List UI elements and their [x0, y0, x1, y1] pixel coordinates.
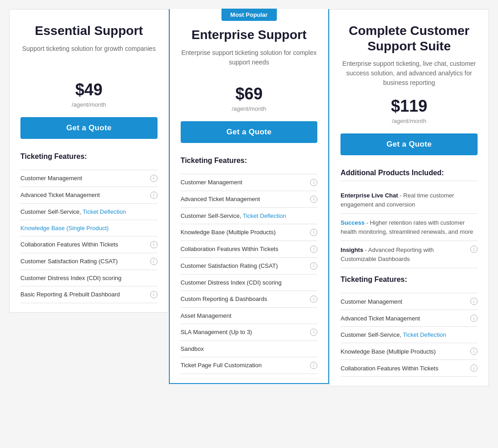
feature-label: Customer Satisfaction Rating (CSAT) [20, 258, 118, 265]
plan-title-complete: Complete Customer Support Suite [340, 23, 478, 54]
feature-label: Customer Distress Index (CDI) scoring [181, 279, 282, 286]
info-icon-essential-0[interactable]: i [150, 175, 158, 182]
feature-link-2[interactable]: Ticket Deflection [83, 208, 126, 215]
info-icon-complete-0[interactable]: i [470, 298, 478, 305]
plan-title-enterprise: Enterprise Support [181, 27, 318, 43]
plan-per-enterprise: /agent/month [181, 105, 318, 112]
quote-button-complete[interactable]: Get a Quote [340, 133, 478, 155]
info-icon-additional-2[interactable]: i [470, 246, 478, 253]
plan-card-complete: Complete Customer Support SuiteEnterpris… [329, 9, 489, 386]
most-popular-badge: Most Popular [221, 9, 276, 21]
info-icon-enterprise-7[interactable]: i [310, 295, 317, 303]
pricing-container: Essential SupportSupport ticketing solut… [9, 9, 489, 386]
feature-link-2[interactable]: Ticket Deflection [403, 331, 446, 338]
feature-label: SLA Management (Up to 3) [181, 329, 252, 335]
feature-label: Advanced Ticket Management [181, 196, 260, 202]
ticketing-header-complete: Ticketing Features: [340, 276, 478, 287]
feature-label: Asset Management [181, 312, 232, 319]
feature-list-enterprise: Customer ManagementiAdvanced Ticket Mana… [181, 174, 318, 374]
feature-item-essential-1: Advanced Ticket Managementi [20, 187, 158, 204]
feature-item-enterprise-1: Advanced Ticket Managementi [181, 191, 318, 208]
plan-card-enterprise: Most PopularEnterprise SupportEnterprise… [169, 9, 330, 384]
feature-label: Collaboration Features Within Tickets [20, 241, 118, 248]
ticketing-header-enterprise: Ticketing Features: [181, 157, 318, 168]
plan-price-enterprise: $69 [181, 84, 318, 103]
plan-title-essential: Essential Support [20, 23, 158, 39]
info-icon-complete-1[interactable]: i [470, 315, 478, 322]
info-icon-essential-7[interactable]: i [150, 291, 158, 298]
feature-list-complete: Customer ManagementiAdvanced Ticket Mana… [340, 293, 478, 377]
additional-title-0: Enterprise Live Chat [340, 192, 398, 199]
feature-label: Collaboration Features Within Tickets [340, 365, 438, 372]
info-icon-enterprise-9[interactable]: i [310, 329, 317, 336]
info-icon-enterprise-11[interactable]: i [310, 362, 317, 369]
plan-description-enterprise: Enterprise support ticketing solution fo… [181, 48, 318, 75]
feature-item-enterprise-7: Custom Reporting & Dashboardsi [181, 291, 318, 308]
info-icon-enterprise-0[interactable]: i [310, 179, 317, 186]
info-icon-enterprise-3[interactable]: i [310, 229, 317, 236]
feature-label: Advanced Ticket Management [340, 315, 420, 322]
plan-price-essential: $49 [20, 80, 158, 99]
additional-item-1: Success - Higher retention rates with cu… [340, 214, 478, 241]
feature-label: Customer Self-Service, Ticket Deflection [181, 212, 286, 219]
quote-button-essential[interactable]: Get a Quote [20, 117, 158, 139]
feature-label: Customer Self-Service, Ticket Deflection [340, 331, 446, 338]
info-icon-enterprise-4[interactable]: i [310, 246, 317, 253]
feature-label: Sandbox [181, 345, 204, 352]
feature-item-enterprise-11: Ticket Page Full Customizationi [181, 357, 318, 374]
additional-title-2: Insights [340, 246, 363, 253]
feature-item-enterprise-10: Sandbox [181, 341, 318, 357]
feature-item-essential-7: Basic Reporting & Prebuilt Dashboardi [20, 286, 158, 303]
feature-item-essential-6: Customer Distress Index (CDI) scoring [20, 270, 158, 286]
feature-item-complete-1: Advanced Ticket Managementi [340, 310, 478, 327]
feature-item-complete-0: Customer Managementi [340, 293, 478, 310]
feature-item-enterprise-9: SLA Management (Up to 3)i [181, 324, 318, 341]
feature-label: Customer Management [181, 179, 242, 186]
info-icon-enterprise-1[interactable]: i [310, 196, 317, 203]
plan-description-essential: Support ticketing solution for growth co… [20, 44, 158, 71]
feature-item-enterprise-0: Customer Managementi [181, 174, 318, 191]
feature-item-essential-5: Customer Satisfaction Rating (CSAT)i [20, 253, 158, 270]
feature-label: Customer Distress Index (CDI) scoring [20, 275, 122, 281]
feature-item-complete-2: Customer Self-Service, Ticket Deflection [340, 327, 478, 343]
feature-label: Basic Reporting & Prebuilt Dashboard [20, 291, 120, 298]
quote-button-enterprise[interactable]: Get a Quote [181, 121, 318, 143]
feature-link-3[interactable]: Knowledge Base (Single Product) [20, 225, 108, 231]
feature-label: Knowledge Base (Single Product) [20, 225, 108, 231]
info-icon-enterprise-5[interactable]: i [310, 262, 317, 270]
feature-item-complete-3: Knowledge Base (Multiple Products)i [340, 343, 478, 360]
info-icon-complete-3[interactable]: i [470, 348, 478, 355]
plan-description-complete: Enterprise support ticketing, live chat,… [340, 59, 478, 88]
additional-item-2: Insights - Advanced Reporting with Custo… [340, 241, 478, 268]
feature-label: Collaboration Features Within Tickets [181, 246, 278, 252]
feature-label: Knowledge Base (Multiple Products) [181, 229, 276, 236]
feature-label: Customer Satisfaction Rating (CSAT) [181, 262, 278, 269]
feature-link-2[interactable]: Ticket Deflection [243, 212, 286, 219]
feature-label: Customer Self-Service, Ticket Deflection [20, 208, 126, 215]
feature-item-enterprise-6: Customer Distress Index (CDI) scoring [181, 275, 318, 291]
feature-label: Ticket Page Full Customization [181, 362, 262, 369]
feature-item-essential-2: Customer Self-Service, Ticket Deflection [20, 204, 158, 220]
ticketing-header-essential: Ticketing Features: [20, 153, 158, 164]
feature-item-essential-3: Knowledge Base (Single Product) [20, 220, 158, 236]
info-icon-complete-4[interactable]: i [470, 364, 478, 372]
feature-label: Customer Management [20, 175, 82, 182]
info-icon-essential-5[interactable]: i [150, 258, 158, 265]
info-icon-essential-1[interactable]: i [150, 192, 158, 199]
feature-item-enterprise-4: Collaboration Features Within Ticketsi [181, 241, 318, 258]
feature-item-enterprise-3: Knowledge Base (Multiple Products)i [181, 224, 318, 241]
feature-label: Knowledge Base (Multiple Products) [340, 348, 436, 355]
feature-label: Custom Reporting & Dashboards [181, 295, 267, 302]
plan-per-essential: /agent/month [20, 101, 158, 108]
feature-label: Customer Management [340, 298, 402, 305]
feature-item-essential-0: Customer Managementi [20, 170, 158, 187]
feature-item-enterprise-2: Customer Self-Service, Ticket Deflection [181, 208, 318, 224]
info-icon-essential-4[interactable]: i [150, 241, 158, 248]
feature-label: Advanced Ticket Management [20, 192, 100, 198]
additional-header-complete: Additional Products Included: [340, 169, 478, 181]
feature-list-essential: Customer ManagementiAdvanced Ticket Mana… [20, 170, 158, 303]
feature-item-enterprise-8: Asset Management [181, 308, 318, 324]
feature-item-essential-4: Collaboration Features Within Ticketsi [20, 236, 158, 253]
feature-item-complete-4: Collaboration Features Within Ticketsi [340, 360, 478, 377]
plan-price-complete: $119 [340, 97, 478, 116]
